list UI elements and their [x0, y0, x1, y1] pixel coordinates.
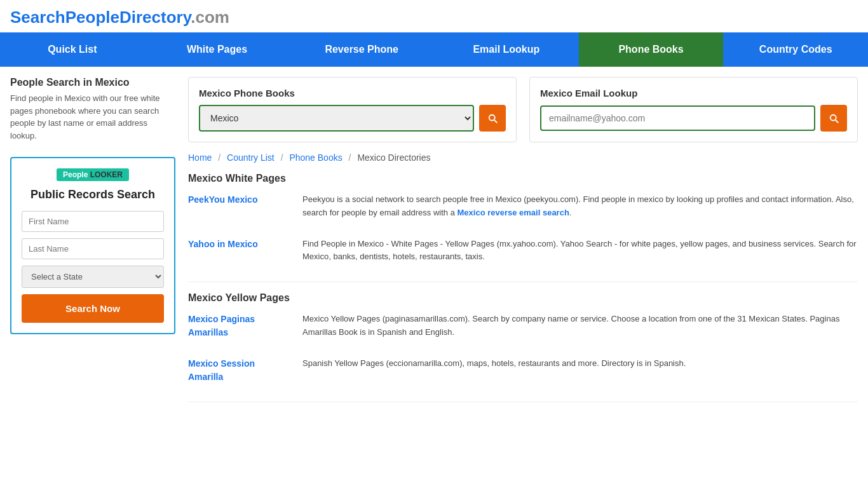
nav-phone-books[interactable]: Phone Books — [579, 32, 724, 67]
last-name-input[interactable] — [22, 238, 164, 259]
sidebar-heading: People Search in Mexico — [10, 77, 175, 88]
dir-entry: Mexico Session AmarillaSpanish Yellow Pa… — [188, 357, 858, 384]
people-looker-badge: People LOOKER — [57, 168, 129, 181]
nav-country-codes[interactable]: Country Codes — [723, 32, 868, 67]
dir-entry: PeekYou MexicoPeekyou is a social networ… — [188, 193, 858, 220]
phone-books-search-button[interactable] — [479, 105, 506, 132]
email-lookup-input[interactable] — [540, 105, 815, 131]
dir-entry-desc: Find People in Mexico - White Pages - Ye… — [302, 238, 858, 264]
email-lookup-box-title: Mexico Email Lookup — [540, 88, 847, 98]
breadcrumb-phone-books[interactable]: Phone Books — [289, 152, 342, 163]
main-nav: Quick List White Pages Reverse Phone Ema… — [0, 32, 868, 67]
people-looker-box: People LOOKER Public Records Search Sele… — [10, 157, 175, 334]
dir-entry: Yahoo in MexicoFind People in Mexico - W… — [188, 238, 858, 264]
section-divider — [188, 281, 858, 282]
dir-entry-desc: Peekyou is a social network to search pe… — [302, 193, 858, 220]
search-icon — [487, 112, 498, 124]
dir-entry-desc: Spanish Yellow Pages (eccionamarilla.com… — [302, 357, 858, 384]
sidebar: People Search in Mexico Find people in M… — [10, 77, 175, 412]
nav-email-lookup[interactable]: Email Lookup — [434, 32, 579, 67]
directory-sections: Mexico White PagesPeekYou MexicoPeekyou … — [188, 173, 858, 402]
search-now-button[interactable]: Search Now — [22, 294, 164, 323]
section-divider — [188, 402, 858, 402]
dir-entry-inline-link[interactable]: Mexico reverse email search — [458, 208, 569, 217]
phone-books-search-box: Mexico Phone Books Mexico — [188, 77, 517, 142]
breadcrumb-current: Mexico Directories — [357, 152, 430, 163]
dir-entry-desc: Mexico Yellow Pages (paginasamarillas.co… — [302, 313, 858, 339]
main-content: Mexico Phone Books Mexico Mexico Email L… — [188, 77, 858, 412]
nav-white-pages[interactable]: White Pages — [145, 32, 290, 67]
pl-form: Select a State Search Now — [22, 211, 164, 323]
site-title-gray: .com — [191, 8, 229, 27]
phone-books-box-title: Mexico Phone Books — [199, 88, 506, 98]
search-boxes: Mexico Phone Books Mexico Mexico Email L… — [188, 77, 858, 142]
breadcrumb: Home / Country List / Phone Books / Mexi… — [188, 152, 858, 163]
nav-quick-list[interactable]: Quick List — [0, 32, 145, 67]
site-title: SearchPeopleDirectory.com — [10, 8, 858, 27]
first-name-input[interactable] — [22, 211, 164, 232]
dir-entry-link[interactable]: Mexico Paginas Amarillas — [188, 314, 255, 337]
state-select[interactable]: Select a State — [22, 266, 164, 288]
site-title-blue: SearchPeopleDirectory — [10, 8, 191, 27]
dir-entry-link[interactable]: Yahoo in Mexico — [188, 239, 258, 249]
breadcrumb-country-list[interactable]: Country List — [227, 152, 275, 163]
pl-title: Public Records Search — [22, 187, 164, 202]
dir-entry: Mexico Paginas AmarillasMexico Yellow Pa… — [188, 313, 858, 339]
nav-reverse-phone[interactable]: Reverse Phone — [289, 32, 434, 67]
dir-entry-link[interactable]: PeekYou Mexico — [188, 194, 257, 205]
dir-entry-link[interactable]: Mexico Session Amarilla — [188, 358, 255, 382]
sidebar-intro-text: Find people in Mexico with our free whit… — [10, 92, 175, 142]
breadcrumb-home[interactable]: Home — [188, 152, 212, 163]
email-lookup-search-box: Mexico Email Lookup — [529, 77, 858, 142]
search-icon-email — [828, 112, 839, 124]
section-title: Mexico Yellow Pages — [188, 292, 858, 304]
email-lookup-search-button[interactable] — [820, 105, 847, 132]
phone-books-select[interactable]: Mexico — [199, 105, 474, 132]
sidebar-intro: People Search in Mexico Find people in M… — [10, 77, 175, 142]
section-title: Mexico White Pages — [188, 173, 858, 184]
